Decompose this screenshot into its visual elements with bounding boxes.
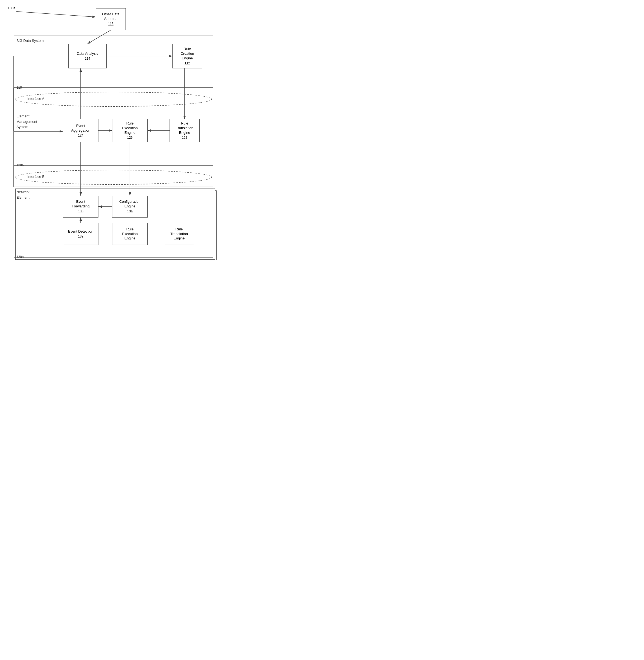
rule-creation-engine-box: RuleCreationEngine 112 [172,44,202,68]
event-aggregation-box: EventAggregation 124 [63,119,98,142]
rule-creation-engine-label: RuleCreationEngine [181,47,194,61]
event-forwarding-label: EventForwarding [72,199,89,209]
element-management-label: ElementManagementSystem [17,114,37,130]
data-analysis-ref: 114 [85,57,90,61]
big-data-system-label: BiG Data System [17,38,44,43]
other-data-sources-box: Other DataSources 113 [96,8,126,30]
configuration-engine-ref: 134 [127,209,133,214]
rule-translation-engine-ne-label: RuleTranslationEngine [170,227,188,241]
rule-execution-engine-ems-ref: 126 [127,136,133,140]
rule-creation-engine-ref: 112 [185,61,190,66]
configuration-engine-label: ConfigurationEngine [119,199,140,209]
rule-translation-engine-ne-box: RuleTranslationEngine [164,223,194,245]
rule-execution-engine-ne-box: RuleExecutionEngine [112,223,148,245]
event-forwarding-box: EventForwarding 136 [63,196,98,218]
diagram-top-label: 100a [8,6,16,10]
interface-a-ellipse [15,92,212,107]
network-element-ref: 130a [17,255,24,259]
data-analysis-box: Data Analysis 114 [68,44,107,68]
element-management-ref: 120a [17,163,24,167]
rule-execution-engine-ems-box: RuleExecutionEngine 126 [112,119,148,142]
rule-translation-engine-ems-ref: 122 [182,136,187,140]
event-forwarding-ref: 136 [78,209,84,214]
event-detection-box: Event Detection 132 [63,223,98,245]
rule-execution-engine-ems-label: RuleExecutionEngine [122,121,138,135]
big-data-ref: 110 [17,86,22,89]
event-aggregation-label: EventAggregation [71,124,90,133]
configuration-engine-box: ConfigurationEngine 134 [112,196,148,218]
interface-b-label: Interface B [27,175,45,179]
network-element-label: NetworkElement [17,189,29,200]
rule-execution-engine-ne-label: RuleExecutionEngine [122,227,138,241]
rule-translation-engine-ems-box: RuleTranslationEngine 122 [169,119,200,142]
other-data-sources-ref: 113 [108,22,114,26]
diagram-container: 100a Other DataSources 113 BiG Data Syst… [5,5,240,255]
event-aggregation-ref: 124 [78,134,84,138]
svg-line-2 [17,12,96,17]
event-detection-ref: 132 [78,235,84,239]
interface-a-label: Interface A [27,96,44,101]
rule-translation-engine-ems-label: RuleTranslationEngine [176,121,193,135]
other-data-sources-label: Other DataSources [102,12,119,21]
data-analysis-label: Data Analysis [77,51,98,56]
event-detection-label: Event Detection [68,229,93,234]
interface-b-ellipse [15,170,212,185]
